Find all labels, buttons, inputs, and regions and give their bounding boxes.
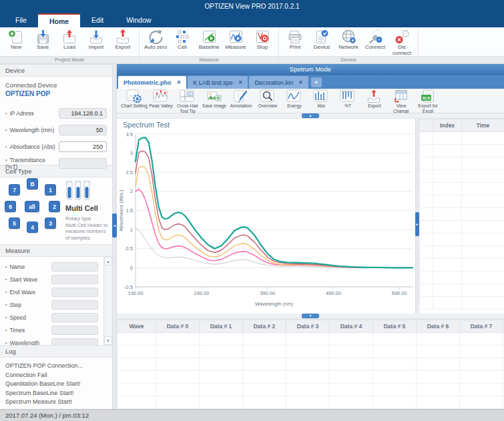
column-header: Data # 6 <box>417 320 460 333</box>
collapse-up-icon[interactable]: ▲ <box>302 113 319 118</box>
menubar: File Home Edit Window <box>0 12 504 27</box>
cell-button-4[interactable]: 4 <box>27 222 38 233</box>
ribbon-button-auto-zero[interactable]: Auto zero <box>142 29 169 51</box>
absorbance-field[interactable] <box>59 141 107 152</box>
table-header-row: IndexTime <box>420 119 504 132</box>
menu-window[interactable]: Window <box>115 12 162 27</box>
tool-export-for-excel[interactable]: XLSExport for Excel <box>415 89 441 113</box>
close-icon[interactable]: ✕ <box>298 79 303 85</box>
spectrum-chart-svg[interactable]: -0.500.511.522.533.5190.00290.00390.0049… <box>117 119 415 314</box>
tool-save-image[interactable]: Save Image <box>201 89 228 113</box>
menu-file[interactable]: File <box>4 12 38 27</box>
ribbon-button-dis-connect[interactable]: Dis connect <box>389 29 415 56</box>
ribbon-button-import[interactable]: Import <box>83 29 109 51</box>
times-label: Times <box>5 327 51 334</box>
tool-t[interactable]: %T <box>334 89 361 113</box>
measure-scrollbar[interactable]: ▲ ▼ <box>103 257 112 345</box>
start-wave-input[interactable] <box>51 275 98 284</box>
menu-edit[interactable]: Edit <box>80 12 115 27</box>
cell-button-7[interactable]: 7 <box>9 184 20 195</box>
peak-valley-icon <box>153 89 169 103</box>
table-row <box>117 371 504 384</box>
ribbon-group-project-mode: NewSaveLoadImportExportProject Mode <box>0 27 140 63</box>
cell-button-5[interactable]: 5 <box>9 218 20 229</box>
new-tab-button[interactable]: + <box>311 77 322 87</box>
cell-button-b[interactable]: B <box>27 178 38 189</box>
tool-export[interactable]: Export <box>361 89 388 113</box>
transmittance-field[interactable] <box>59 158 107 169</box>
table-row <box>420 259 504 272</box>
network-icon <box>340 29 357 45</box>
table-cell <box>462 246 504 259</box>
table-cell <box>460 396 503 409</box>
cell-button-3[interactable]: 3 <box>45 218 56 229</box>
sidebar-splitter[interactable]: ◄ <box>112 64 117 409</box>
log-entry: Spectrum BaseLine Start! <box>5 389 107 398</box>
table-cell <box>417 371 460 384</box>
cell-button-2[interactable]: 2 <box>49 201 60 212</box>
scroll-up-icon[interactable]: ▲ <box>104 257 112 266</box>
collapse-down-icon[interactable]: ▼ <box>302 314 319 318</box>
collapse-sidebar-icon[interactable]: ◄ <box>112 214 117 238</box>
ribbon-button-export[interactable]: Export <box>109 29 136 51</box>
tab-photometric[interactable]: Photometric.pho ✕ <box>118 76 186 89</box>
y-axis-label: Absorbance (Abs.) <box>118 189 124 232</box>
ribbon-button-baseline[interactable]: Baseline <box>196 29 222 51</box>
table-cell <box>462 132 504 145</box>
log-entries: OPTIZEN POP Connection... Connection Fai… <box>0 358 112 409</box>
step-input[interactable] <box>51 300 98 310</box>
cell-button-1[interactable]: 1 <box>45 184 56 195</box>
table-row <box>420 132 504 145</box>
ribbon-button-label: Save <box>37 45 49 51</box>
cell-button-6[interactable]: 6 <box>5 201 16 212</box>
table-splitter[interactable]: ► <box>415 119 419 314</box>
ribbon-button-save[interactable]: Save <box>29 29 56 51</box>
scroll-down-icon[interactable]: ▼ <box>104 336 112 345</box>
table-cell <box>330 346 373 358</box>
ribbon-button-stop[interactable]: Stop <box>249 29 276 51</box>
tool-energy[interactable]: Energy <box>281 89 308 113</box>
tool-peak-valley[interactable]: Peak Valley <box>148 89 174 113</box>
ribbon-button-load[interactable]: Load <box>56 29 83 51</box>
tool-cross-hair-tool-tip[interactable]: Cross Hair Tool Tip <box>174 89 201 113</box>
ribbon-button-cell[interactable]: Cell <box>169 29 196 51</box>
tab-decoration[interactable]: Decoration.kin ✕ <box>249 76 308 89</box>
log-panel-header: Log <box>0 345 112 358</box>
multi-cell-description: Rotary type Multi Cell Holder to measure… <box>65 216 107 241</box>
export-icon <box>114 29 132 45</box>
log-entry: Spectrum Measure Start! <box>5 398 107 407</box>
close-icon[interactable]: ✕ <box>238 79 243 85</box>
ribbon-button-print[interactable]: Print <box>282 29 308 51</box>
table-cell <box>433 221 462 234</box>
device-icon <box>313 29 330 45</box>
tab-k-lab-test[interactable]: K LAB test.spe ✕ <box>188 76 248 89</box>
collapse-table-icon[interactable]: ► <box>415 212 419 236</box>
tool-annotation[interactable]: Annotation <box>228 89 254 113</box>
ribbon-button-label: Network <box>338 45 358 51</box>
tool-overview[interactable]: Overview <box>254 89 281 113</box>
tool-chart-setting[interactable]: Chart Setting <box>121 89 148 113</box>
table-cell <box>433 157 462 170</box>
tool-abs[interactable]: Abs <box>308 89 334 113</box>
wavelength-field[interactable] <box>59 125 107 135</box>
measure-name-input[interactable] <box>51 262 98 272</box>
times-input[interactable] <box>51 326 98 335</box>
cell-button-all[interactable]: all <box>25 201 39 212</box>
tool-view-change[interactable]: View Change <box>388 89 415 113</box>
ribbon-button-network[interactable]: Network <box>335 29 362 51</box>
table-cell <box>117 346 156 358</box>
table-cell <box>420 145 433 157</box>
ribbon-button-measure[interactable]: Measure <box>222 29 249 51</box>
end-wave-input[interactable] <box>51 288 98 297</box>
wavelength-input[interactable] <box>51 338 98 346</box>
table-cell <box>420 284 433 297</box>
close-icon[interactable]: ✕ <box>177 79 182 85</box>
ip-address-field[interactable] <box>59 108 107 119</box>
ribbon-button-new[interactable]: New <box>3 29 29 51</box>
table-row <box>420 170 504 183</box>
ribbon-button-device[interactable]: Device <box>308 29 335 51</box>
menu-home[interactable]: Home <box>38 13 80 27</box>
ribbon-button-connect[interactable]: Connect <box>362 29 389 51</box>
start-wave-label: Start Wave <box>5 276 51 283</box>
speed-input[interactable] <box>51 313 98 322</box>
